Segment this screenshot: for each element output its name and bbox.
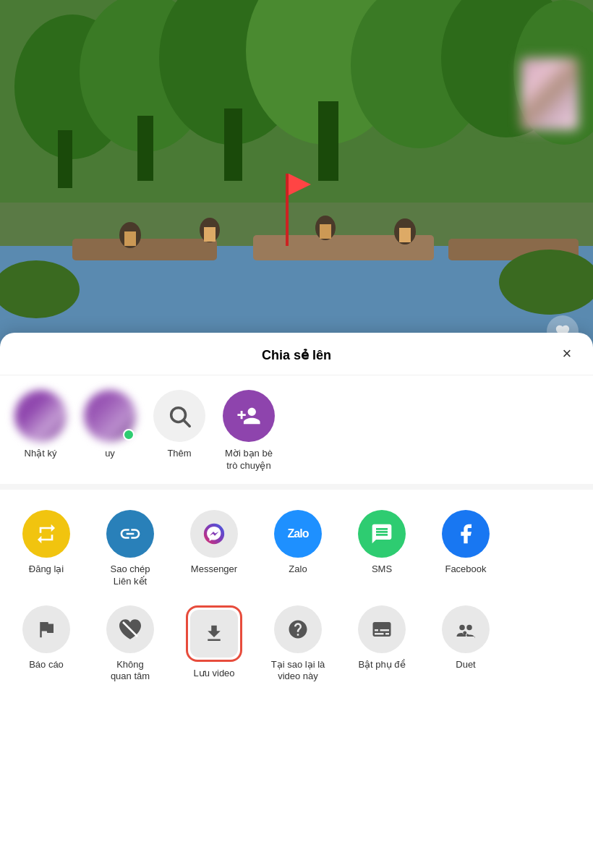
contact-label-huy: uy xyxy=(105,448,115,460)
sheet-title: Chia sẻ lên xyxy=(262,347,331,363)
svg-point-32 xyxy=(204,524,224,544)
action-zalo[interactable]: Zalo Zalo xyxy=(257,507,338,591)
actions-row-1: Đăng lại Sao chépLiên kết xyxy=(0,495,593,597)
label-khong-quan-tam: Khôngquan tâm xyxy=(111,659,150,684)
svg-rect-15 xyxy=(72,239,217,260)
svg-rect-21 xyxy=(124,231,136,246)
highlight-border xyxy=(186,605,242,662)
action-facebook[interactable]: Facebook xyxy=(425,507,506,591)
svg-rect-10 xyxy=(224,109,242,181)
svg-rect-18 xyxy=(286,174,289,246)
label-sms: SMS xyxy=(372,563,392,576)
contacts-row: Nhật ký uy Thêm xyxy=(0,375,593,478)
label-messenger: Messenger xyxy=(191,563,237,576)
icon-tai-sao xyxy=(274,605,322,653)
contact-nhat-ky[interactable]: Nhật ký xyxy=(12,390,69,472)
action-tai-sao[interactable]: Tại sao lại làvideo này xyxy=(257,603,338,686)
actions-row-2: Báo cáo Khôngquan tâm Lưu video xyxy=(0,597,593,692)
label-zalo: Zalo xyxy=(289,563,307,576)
action-duet[interactable]: Duet xyxy=(425,603,506,686)
label-bao-cao: Báo cáo xyxy=(29,659,64,671)
contact-them[interactable]: Thêm xyxy=(150,390,208,472)
online-indicator xyxy=(123,429,135,441)
icon-dang-lai xyxy=(22,510,70,558)
contact-label-them: Thêm xyxy=(167,448,191,460)
svg-rect-27 xyxy=(399,228,411,242)
action-khong-quan-tam[interactable]: Khôngquan tâm xyxy=(90,603,171,686)
close-button[interactable]: × xyxy=(555,342,579,365)
action-messenger[interactable]: Messenger xyxy=(174,507,255,591)
avatar-nhat-ky xyxy=(14,390,67,442)
action-bao-cao[interactable]: Báo cáo xyxy=(6,603,87,686)
label-luu-video: Lưu video xyxy=(193,668,234,680)
avatar-invite xyxy=(223,390,275,442)
action-bat-phu-de[interactable]: Bật phụ đề xyxy=(341,603,422,686)
svg-rect-9 xyxy=(137,116,153,181)
avatar-top-right xyxy=(521,58,579,130)
action-sms[interactable]: SMS xyxy=(341,507,422,591)
icon-luu-video xyxy=(190,610,238,658)
icon-bao-cao xyxy=(22,605,70,653)
icon-messenger xyxy=(190,510,238,558)
contact-label-nhat-ky: Nhật ký xyxy=(25,448,57,460)
label-tai-sao: Tại sao lại làvideo này xyxy=(271,659,325,684)
svg-point-34 xyxy=(459,624,465,630)
scene-illustration xyxy=(0,0,593,362)
action-sao-chep[interactable]: Sao chépLiên kết xyxy=(90,507,171,591)
sheet-header: Chia sẻ lên × xyxy=(0,333,593,375)
svg-point-35 xyxy=(466,624,472,630)
icon-zalo: Zalo xyxy=(274,510,322,558)
svg-rect-8 xyxy=(58,130,72,188)
label-facebook: Facebook xyxy=(445,563,486,576)
label-bat-phu-de: Bật phụ đề xyxy=(358,659,405,671)
icon-sao-chep xyxy=(106,510,154,558)
label-dang-lai: Đăng lại xyxy=(29,563,64,576)
action-dang-lai[interactable]: Đăng lại xyxy=(6,507,87,591)
share-bottom-sheet: Chia sẻ lên × Nhật ký uy Thêm xyxy=(0,333,593,868)
svg-rect-23 xyxy=(204,227,216,242)
label-duet: Duet xyxy=(456,659,475,671)
icon-facebook xyxy=(442,510,490,558)
contact-invite[interactable]: Mời bạn bètrò chuyện xyxy=(220,390,278,472)
svg-line-31 xyxy=(184,420,189,426)
action-luu-video[interactable]: Lưu video xyxy=(174,603,255,686)
icon-bat-phu-de xyxy=(358,605,406,653)
icon-khong-quan-tam xyxy=(106,605,154,653)
divider-1 xyxy=(0,484,593,490)
avatar-them xyxy=(153,390,205,442)
contact-huy[interactable]: uy xyxy=(81,390,139,472)
contact-label-invite: Mời bạn bètrò chuyện xyxy=(225,448,273,472)
svg-rect-11 xyxy=(318,101,338,181)
icon-duet xyxy=(442,605,490,653)
icon-sms xyxy=(358,510,406,558)
label-sao-chep: Sao chépLiên kết xyxy=(111,563,150,588)
video-background xyxy=(0,0,593,362)
svg-rect-25 xyxy=(320,224,331,239)
